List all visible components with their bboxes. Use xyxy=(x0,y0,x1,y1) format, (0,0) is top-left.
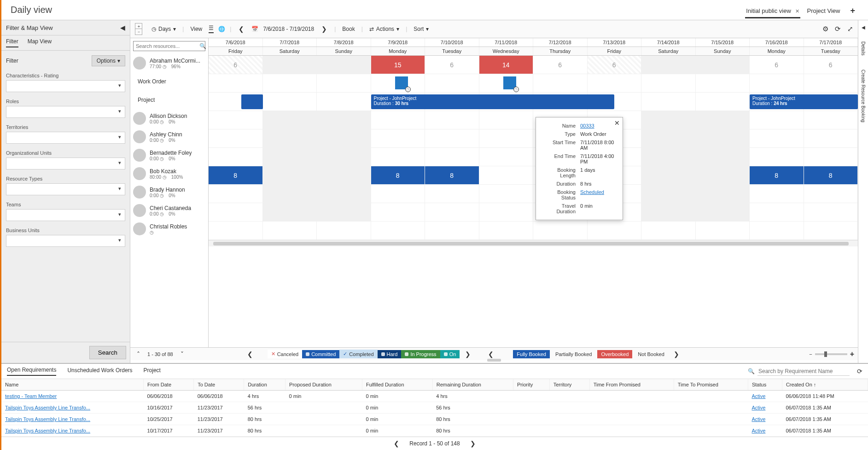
next-range-button[interactable]: ❯ xyxy=(319,25,330,33)
grid-cell[interactable] xyxy=(533,74,588,92)
grid-cell[interactable] xyxy=(479,129,534,147)
grid-cell[interactable]: 6 xyxy=(804,56,858,74)
details-rail[interactable]: Details xyxy=(861,39,866,58)
grid-cell[interactable] xyxy=(371,222,425,240)
refresh-icon[interactable]: ⟳ xyxy=(835,25,841,33)
grid-cell[interactable]: 8 xyxy=(371,166,425,184)
status-completed[interactable]: ✓Completed xyxy=(339,350,377,358)
close-icon[interactable]: ✕ xyxy=(614,119,620,127)
grid-cell[interactable] xyxy=(641,222,696,240)
grid-cell[interactable] xyxy=(425,203,479,221)
status-inprogress[interactable]: In Progress xyxy=(401,350,440,358)
grid-cell[interactable]: 6 xyxy=(209,56,263,74)
table-row[interactable]: testing - Team Member 06/06/201806/06/20… xyxy=(1,391,868,402)
grid-cell[interactable] xyxy=(479,203,534,221)
prev-range-button[interactable]: ❮ xyxy=(236,25,247,33)
grid-cell[interactable] xyxy=(425,222,479,240)
grid-cell[interactable] xyxy=(209,148,263,166)
column-header[interactable]: To Date xyxy=(194,379,244,391)
status-on[interactable]: On xyxy=(440,350,460,358)
status-link[interactable]: Active xyxy=(751,393,765,399)
resource-row[interactable]: Cheri Castaneda 0:00 ◷0% xyxy=(130,201,208,220)
resource-row[interactable]: Allison Dickson 0:00 ◷0% xyxy=(130,109,208,128)
resource-row[interactable]: Ashley Chinn 0:00 ◷0% xyxy=(130,128,208,146)
grid-cell[interactable] xyxy=(641,74,696,92)
actions-menu[interactable]: ⇄ Actions ▾ xyxy=(367,25,401,33)
column-header[interactable]: Name xyxy=(1,379,144,391)
grid-cell[interactable] xyxy=(209,185,263,203)
grid-cell[interactable] xyxy=(317,56,371,74)
resource-row[interactable]: Bernadette Foley 0:00 ◷0% xyxy=(130,146,208,164)
grid-cell[interactable] xyxy=(263,74,317,92)
requirement-search-input[interactable] xyxy=(757,367,850,376)
grid-cell[interactable] xyxy=(804,185,858,203)
pager-next-icon[interactable]: ❯ xyxy=(467,440,478,447)
list-view-icon[interactable]: ☰ xyxy=(209,25,214,33)
grid-cell[interactable] xyxy=(696,74,750,92)
resource-row[interactable]: Christal Robles ◷ xyxy=(130,220,208,238)
grid-cell[interactable] xyxy=(425,129,479,147)
grid-cell[interactable] xyxy=(317,166,371,184)
view-tab-initial[interactable]: Initial public view ✕ xyxy=(745,6,800,16)
grid-cell[interactable] xyxy=(317,111,371,129)
filter-select[interactable] xyxy=(6,209,125,221)
grid-cell[interactable] xyxy=(479,148,534,166)
grid-cell[interactable] xyxy=(641,56,696,74)
project-bar[interactable]: Project - JohnProjectDuration : 30 hrs xyxy=(371,94,615,109)
work-order-block[interactable]: ◷ xyxy=(503,76,516,89)
book-fully[interactable]: Fully Booked xyxy=(513,350,550,358)
grid-cell[interactable] xyxy=(696,185,750,203)
tab-filter[interactable]: Filter xyxy=(6,38,18,47)
req-name-link[interactable]: Tailspin Toys Assembly Line Transfo... xyxy=(5,416,90,422)
grid-cell[interactable] xyxy=(263,203,317,221)
grid-cell[interactable] xyxy=(317,222,371,240)
status-link[interactable]: Active xyxy=(751,428,765,433)
grid-cell[interactable] xyxy=(263,185,317,203)
grid-cell[interactable] xyxy=(641,203,696,221)
filter-select[interactable] xyxy=(6,183,125,195)
grid-cell[interactable] xyxy=(588,74,642,92)
project-bar[interactable] xyxy=(241,94,263,109)
expand-collapse-control[interactable]: ＋ － xyxy=(135,23,142,35)
grid-cell[interactable] xyxy=(317,148,371,166)
grid-cell[interactable] xyxy=(804,203,858,221)
grid-cell[interactable] xyxy=(371,203,425,221)
status-hard[interactable]: Hard xyxy=(378,350,402,358)
grid-cell[interactable] xyxy=(317,74,371,92)
filter-select[interactable] xyxy=(6,235,125,247)
grid-cell[interactable] xyxy=(750,129,804,147)
grid-cell[interactable]: 8 xyxy=(750,166,804,184)
close-icon[interactable]: ✕ xyxy=(795,8,799,14)
grid-cell[interactable] xyxy=(317,93,371,111)
grid-cell[interactable] xyxy=(317,129,371,147)
grid-cell[interactable] xyxy=(209,203,263,221)
grid-cell[interactable] xyxy=(641,166,696,184)
grid-cell[interactable] xyxy=(696,129,750,147)
column-header[interactable]: Status xyxy=(748,379,782,391)
resource-row[interactable]: Abraham McCormi... 77:00 ◷96% xyxy=(130,54,208,72)
grid-cell[interactable] xyxy=(750,185,804,203)
grid-cell[interactable] xyxy=(804,129,858,147)
resource-search[interactable]: 🔍 xyxy=(133,41,205,51)
grid-cell[interactable] xyxy=(479,111,534,129)
tab-unscheduled-wo[interactable]: Unscheduled Work Orders xyxy=(67,367,132,375)
search-icon[interactable]: 🔍 xyxy=(199,43,206,49)
grid-cell[interactable] xyxy=(209,74,263,92)
column-header[interactable]: Remaining Duration xyxy=(432,379,513,391)
grid-cell[interactable] xyxy=(696,222,750,240)
view-tab-project[interactable]: Project View xyxy=(806,6,841,16)
legend-prev-icon[interactable]: ❮ xyxy=(245,351,256,358)
grid-cell[interactable]: 8 xyxy=(425,166,479,184)
grid-cell[interactable] xyxy=(641,185,696,203)
grid-cell[interactable] xyxy=(750,148,804,166)
grid-cell[interactable]: ◷ xyxy=(479,74,534,92)
column-header[interactable]: Territory xyxy=(549,379,589,391)
grid-cell[interactable] xyxy=(588,222,642,240)
map-view-icon[interactable]: 🌐 xyxy=(218,26,225,32)
book-legend-next-icon[interactable]: ❯ xyxy=(671,351,682,358)
grid-cell[interactable]: ◷ xyxy=(371,74,425,92)
search-button[interactable]: Search xyxy=(89,346,126,359)
pager-up-icon[interactable]: ˄ xyxy=(134,351,143,358)
grid-cell[interactable] xyxy=(263,111,317,129)
req-name-link[interactable]: Tailspin Toys Assembly Line Transfo... xyxy=(5,428,90,433)
